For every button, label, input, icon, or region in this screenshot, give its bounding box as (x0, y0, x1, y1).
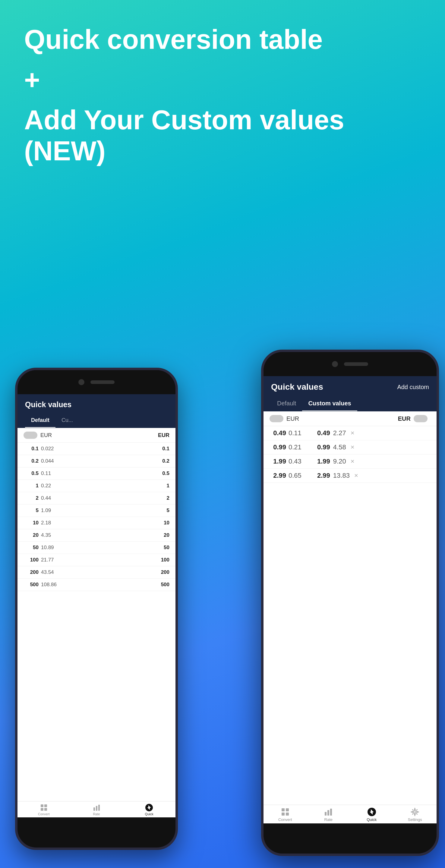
value-right: 10 (164, 520, 170, 526)
nav-convert-2[interactable]: Convert (264, 807, 307, 822)
value-right: 0.1 (162, 446, 170, 452)
table-row: 100 21.77 100 (18, 554, 175, 566)
value-left: 10 (24, 520, 38, 526)
tabs-2: Default Custom values (264, 396, 437, 411)
nav-label-rate-2: Rate (324, 817, 332, 822)
toggle-eur-1[interactable] (24, 432, 37, 439)
svg-rect-2 (41, 808, 43, 811)
nav-settings-2[interactable]: Settings (393, 807, 437, 822)
nav-rate-2[interactable]: Rate (307, 807, 350, 822)
svg-rect-0 (41, 804, 43, 807)
phone-1-notch (18, 370, 175, 394)
toggle-eur-right-2[interactable] (414, 415, 427, 422)
nav-rate-1[interactable]: Rate (70, 804, 123, 816)
bar-chart-icon (93, 804, 100, 811)
nav-quick-2[interactable]: Quick (350, 807, 393, 822)
nav-label-convert-1: Convert (38, 812, 50, 816)
delete-row-button[interactable]: × (354, 472, 358, 479)
svg-rect-4 (93, 807, 95, 811)
value-converted: 10.89 (41, 545, 59, 551)
value-converted: 0.44 (41, 495, 59, 501)
phone-2-notch (264, 352, 437, 376)
value-left: 2 (24, 495, 38, 501)
table-row: 0.2 0.044 0.2 (18, 455, 175, 467)
value-left: 20 (24, 532, 38, 538)
svg-rect-10 (286, 808, 289, 811)
currency-label-right-2: EUR (398, 415, 411, 422)
table-row: 0.5 0.11 0.5 (18, 467, 175, 480)
value-left: 5 (24, 507, 38, 514)
value-right-bold: 0.49 (317, 429, 330, 437)
phone-2: Quick values Add custom Default Custom v… (261, 350, 439, 856)
tabs-1: Default Cu... (18, 413, 175, 428)
add-custom-button[interactable]: Add custom (397, 384, 429, 391)
value-converted: 0.044 (41, 458, 59, 464)
value-right-bold: 1.99 (317, 458, 330, 465)
value-left: 0.49 (270, 429, 286, 437)
table-row: 2 0.44 2 (18, 492, 175, 504)
value-converted: 2.18 (41, 520, 59, 526)
table-row: 20 4.35 20 (18, 529, 175, 541)
value-converted: 0.21 (289, 443, 308, 451)
phone-1: Quick values Default Cu... EUR EUR 0.1 0… (15, 368, 178, 850)
table-row: 2.99 0.65 2.99 13.83 × (264, 469, 437, 483)
value-converted: 0.022 (41, 446, 59, 452)
value-converted: 0.11 (41, 470, 59, 476)
phone-1-screen: Quick values Default Cu... EUR EUR 0.1 0… (18, 394, 175, 817)
value-converted: 0.65 (289, 472, 308, 479)
value-left: 50 (24, 545, 38, 551)
gear-icon-2 (410, 807, 419, 816)
tab-custom-1[interactable]: Cu... (56, 413, 79, 428)
value-left: 200 (24, 569, 38, 575)
tab-default-2[interactable]: Default (271, 396, 302, 411)
value-converted: 0.11 (289, 429, 308, 437)
value-right: 100 (161, 557, 170, 563)
svg-rect-9 (281, 808, 285, 811)
value-right: 500 (161, 582, 170, 588)
value-converted: 108.86 (41, 582, 59, 588)
nav-label-quick-1: Quick (145, 812, 153, 816)
value-left: 2.99 (270, 472, 286, 479)
delete-row-button[interactable]: × (351, 429, 355, 437)
toggle-eur-2[interactable] (270, 415, 284, 422)
svg-rect-5 (96, 806, 97, 811)
delete-row-button[interactable]: × (351, 443, 355, 451)
value-right: 20 (164, 532, 170, 538)
table-row: 1 0.22 1 (18, 480, 175, 492)
value-converted: 0.43 (289, 458, 308, 465)
tab-custom-values-2[interactable]: Custom values (302, 396, 357, 411)
app-header-title-1: Quick values (25, 400, 71, 409)
nav-convert-1[interactable]: Convert (18, 804, 70, 816)
bottom-nav-1: Convert Rate (18, 801, 175, 817)
value-right-custom: 4.58 (333, 443, 346, 451)
quick-icon-2 (367, 807, 376, 816)
grid-icon (40, 804, 48, 811)
svg-rect-1 (44, 804, 47, 807)
phone-2-screen: Quick values Add custom Default Custom v… (264, 376, 437, 824)
app-header-2: Quick values Add custom (264, 376, 437, 396)
svg-rect-11 (281, 812, 285, 815)
tab-default-1[interactable]: Default (25, 413, 56, 428)
currency-label-right-1: EUR (158, 432, 170, 438)
grid-icon-2 (281, 807, 290, 816)
phone-2-bottom (264, 824, 437, 854)
table-row: 50 10.89 50 (18, 541, 175, 554)
conv-table-1: 0.1 0.022 0.1 0.2 0.044 0.2 0.5 0.11 0.5… (18, 443, 175, 801)
value-right: 0.2 (162, 458, 170, 464)
table-row: 0.1 0.022 0.1 (18, 443, 175, 455)
bottom-nav-2: Convert Rate (264, 805, 437, 824)
hero-section: Quick conversion table + Add Your Custom… (0, 0, 445, 179)
value-left: 100 (24, 557, 38, 563)
value-converted: 43.54 (41, 569, 59, 575)
svg-rect-13 (325, 812, 327, 815)
table-row: 0.99 0.21 0.99 4.58 × (264, 440, 437, 455)
svg-rect-3 (44, 808, 47, 811)
quick-icon (145, 804, 153, 811)
table-row: 500 108.86 500 (18, 579, 175, 591)
nav-quick-1[interactable]: Quick (123, 804, 175, 816)
hero-plus: + (24, 64, 421, 96)
camera-dot (79, 379, 84, 385)
delete-row-button[interactable]: × (351, 458, 355, 465)
svg-rect-12 (286, 812, 289, 815)
value-left: 0.1 (24, 446, 38, 452)
